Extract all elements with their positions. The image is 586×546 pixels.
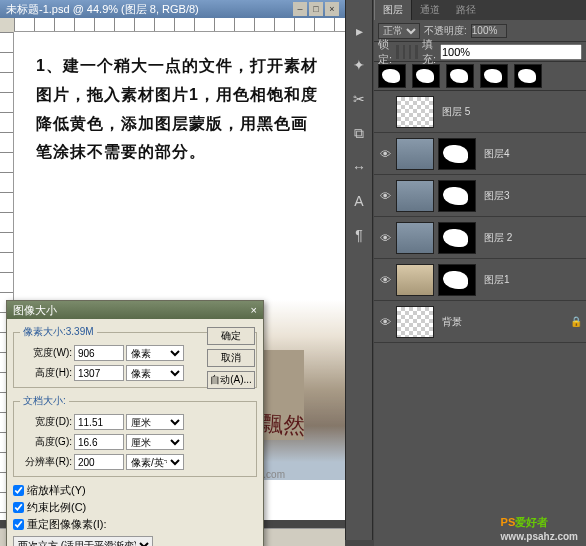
height-unit-select[interactable]: 像素: [126, 365, 184, 381]
visibility-toggle-icon[interactable]: 👁: [376, 145, 394, 163]
opacity-input[interactable]: [471, 24, 507, 38]
crop-icon[interactable]: ✂: [348, 88, 370, 110]
layer-row[interactable]: 👁图层3: [374, 175, 586, 217]
dialog-close-icon[interactable]: ×: [251, 304, 257, 316]
type-icon[interactable]: A: [348, 190, 370, 212]
layer-thumbnail[interactable]: [396, 180, 434, 212]
tab-paths[interactable]: 路径: [448, 0, 484, 20]
wand-icon[interactable]: ✦: [348, 54, 370, 76]
adj-thumb[interactable]: [412, 64, 440, 88]
visibility-toggle-icon[interactable]: [376, 103, 394, 121]
layer-name[interactable]: 图层 2: [478, 231, 584, 245]
width-unit-select[interactable]: 像素: [126, 345, 184, 361]
layer-row[interactable]: 👁图层 2: [374, 217, 586, 259]
watermark: PS爱好者 www.psahz.com: [501, 510, 578, 542]
layer-row[interactable]: 👁图层1: [374, 259, 586, 301]
adjustment-thumbs: [374, 62, 586, 91]
layer-name[interactable]: 背景: [436, 315, 570, 329]
lock-transparent-icon[interactable]: [396, 45, 398, 59]
layer-thumbnail[interactable]: [396, 222, 434, 254]
width-label: 宽度(W):: [20, 346, 72, 360]
dialog-titlebar[interactable]: 图像大小 ×: [7, 301, 263, 319]
layers-panel: 图层 通道 路径 正常 不透明度: 锁定: 填充: 图层 5👁图层4👁图层3👁图…: [374, 0, 586, 546]
resolution-unit-select[interactable]: 像素/英寸: [126, 454, 184, 470]
opacity-label: 不透明度:: [424, 24, 467, 38]
height-input[interactable]: [74, 365, 124, 381]
mask-thumbnail[interactable]: [438, 222, 476, 254]
slice-icon[interactable]: ⧉: [348, 122, 370, 144]
layer-name[interactable]: 图层4: [478, 147, 584, 161]
lock-icon: 🔒: [570, 316, 584, 327]
layer-thumbnail[interactable]: [396, 264, 434, 296]
document-title: 未标题-1.psd @ 44.9% (图层 8, RGB/8): [6, 2, 199, 17]
cancel-button[interactable]: 取消: [207, 349, 255, 367]
resolution-input[interactable]: [74, 454, 124, 470]
adj-thumb[interactable]: [446, 64, 474, 88]
doc-height-unit-select[interactable]: 厘米: [126, 434, 184, 450]
mask-thumbnail[interactable]: [438, 180, 476, 212]
paragraph-icon[interactable]: ¶: [348, 224, 370, 246]
lock-all-icon[interactable]: [415, 45, 417, 59]
adj-thumb[interactable]: [480, 64, 508, 88]
arrow-icon[interactable]: ▸: [348, 20, 370, 42]
resample-checkbox[interactable]: [13, 519, 24, 530]
layer-thumbnail[interactable]: [396, 96, 434, 128]
tab-layers[interactable]: 图层: [374, 0, 412, 20]
adj-thumb[interactable]: [514, 64, 542, 88]
canvas-text: 1、建一个稍大一点的文件，打开素材图片，拖入素材图片1，用色相饱和度降低黄色，添…: [14, 32, 345, 187]
layer-name[interactable]: 图层 5: [436, 105, 584, 119]
layer-thumbnail[interactable]: [396, 138, 434, 170]
resample-select[interactable]: 两次立方 (适用于平滑渐变): [13, 536, 153, 546]
doc-size-legend: 文档大小:: [20, 394, 69, 408]
panel-tabs: 图层 通道 路径: [374, 0, 586, 20]
doc-width-label: 宽度(D):: [20, 415, 72, 429]
lock-label: 锁定:: [378, 37, 392, 67]
fill-label: 填充:: [422, 37, 436, 67]
mask-thumbnail[interactable]: [438, 264, 476, 296]
layer-list: 图层 5👁图层4👁图层3👁图层 2👁图层1👁背景🔒: [374, 91, 586, 546]
resolution-label: 分辨率(R):: [20, 455, 72, 469]
doc-width-unit-select[interactable]: 厘米: [126, 414, 184, 430]
width-input[interactable]: [74, 345, 124, 361]
lock-position-icon[interactable]: [409, 45, 411, 59]
layer-row[interactable]: 👁背景🔒: [374, 301, 586, 343]
minimize-button[interactable]: –: [293, 2, 307, 16]
pixel-dim-legend: 像素大小:3.39M: [20, 325, 97, 339]
signature-text: 飄然: [260, 409, 306, 441]
layer-row[interactable]: 👁图层4: [374, 133, 586, 175]
ok-button[interactable]: 确定: [207, 327, 255, 345]
tool-options-strip: ▸ ✦ ✂ ⧉ ↔ A ¶: [345, 0, 373, 540]
ruler-horizontal[interactable]: [14, 18, 345, 32]
layer-name[interactable]: 图层3: [478, 189, 584, 203]
auto-button[interactable]: 自动(A)...: [207, 371, 255, 389]
fill-input[interactable]: [440, 44, 582, 60]
mask-thumbnail[interactable]: [438, 138, 476, 170]
dialog-title: 图像大小: [13, 303, 57, 318]
layer-thumbnail[interactable]: [396, 306, 434, 338]
maximize-button[interactable]: □: [309, 2, 323, 16]
height-label: 高度(H):: [20, 366, 72, 380]
scale-styles-checkbox[interactable]: [13, 485, 24, 496]
close-button[interactable]: ×: [325, 2, 339, 16]
measure-icon[interactable]: ↔: [348, 156, 370, 178]
visibility-toggle-icon[interactable]: 👁: [376, 229, 394, 247]
constrain-checkbox[interactable]: [13, 502, 24, 513]
layer-row[interactable]: 图层 5: [374, 91, 586, 133]
visibility-toggle-icon[interactable]: 👁: [376, 187, 394, 205]
image-size-dialog: 图像大小 × 确定 取消 自动(A)... 像素大小:3.39M 宽度(W): …: [6, 300, 264, 546]
document-titlebar: 未标题-1.psd @ 44.9% (图层 8, RGB/8) – □ ×: [0, 0, 345, 18]
layer-name[interactable]: 图层1: [478, 273, 584, 287]
lock-pixels-icon[interactable]: [403, 45, 405, 59]
doc-height-label: 高度(G):: [20, 435, 72, 449]
visibility-toggle-icon[interactable]: 👁: [376, 271, 394, 289]
visibility-toggle-icon[interactable]: 👁: [376, 313, 394, 331]
adj-thumb[interactable]: [378, 64, 406, 88]
doc-width-input[interactable]: [74, 414, 124, 430]
doc-height-input[interactable]: [74, 434, 124, 450]
tab-channels[interactable]: 通道: [412, 0, 448, 20]
